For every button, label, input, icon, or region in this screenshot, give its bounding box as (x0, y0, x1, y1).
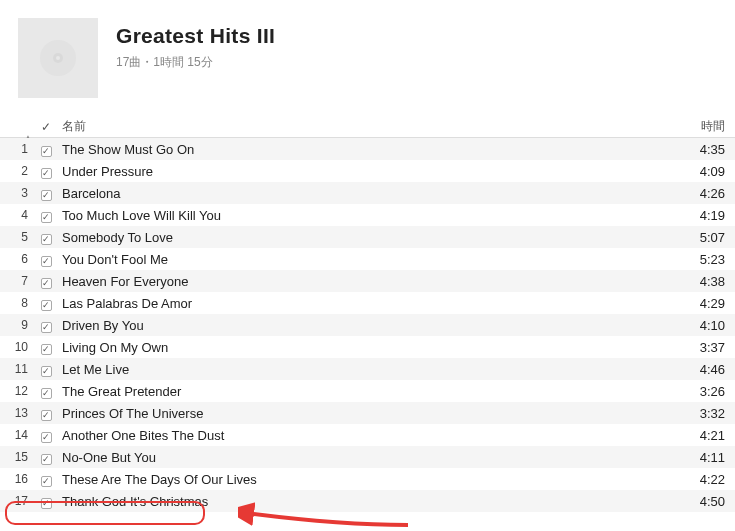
track-checkbox-cell: ✓ (36, 428, 56, 443)
track-checkbox[interactable]: ✓ (41, 168, 52, 179)
track-number: 6 (0, 252, 36, 266)
track-checkbox[interactable]: ✓ (41, 278, 52, 289)
track-name: The Great Pretender (56, 384, 687, 399)
track-checkbox-cell: ✓ (36, 274, 56, 289)
track-time: 4:22 (687, 472, 735, 487)
track-checkbox-cell: ✓ (36, 340, 56, 355)
track-checkbox[interactable]: ✓ (41, 322, 52, 333)
track-checkbox-cell: ✓ (36, 208, 56, 223)
track-checkbox-cell: ✓ (36, 230, 56, 245)
track-time: 4:38 (687, 274, 735, 289)
table-row[interactable]: 8✓Las Palabras De Amor4:29 (0, 292, 735, 314)
track-time: 5:23 (687, 252, 735, 267)
album-artwork[interactable] (18, 18, 98, 98)
track-time: 4:26 (687, 186, 735, 201)
table-row[interactable]: 16✓These Are The Days Of Our Lives4:22 (0, 468, 735, 490)
table-row[interactable]: 14✓Another One Bites The Dust4:21 (0, 424, 735, 446)
column-name[interactable]: 名前 (56, 118, 687, 135)
track-checkbox-cell: ✓ (36, 318, 56, 333)
track-checkbox[interactable]: ✓ (41, 476, 52, 487)
track-time: 4:35 (687, 142, 735, 157)
track-checkbox-cell: ✓ (36, 296, 56, 311)
table-row[interactable]: 5✓Somebody To Love5:07 (0, 226, 735, 248)
track-number: 1 (0, 142, 36, 156)
track-time: 4:21 (687, 428, 735, 443)
track-number: 8 (0, 296, 36, 310)
track-checkbox[interactable]: ✓ (41, 256, 52, 267)
track-name: Too Much Love Will Kill You (56, 208, 687, 223)
disc-icon (38, 38, 78, 78)
track-checkbox[interactable]: ✓ (41, 366, 52, 377)
track-name: Las Palabras De Amor (56, 296, 687, 311)
track-checkbox-cell: ✓ (36, 472, 56, 487)
track-name: Heaven For Everyone (56, 274, 687, 289)
track-time: 4:46 (687, 362, 735, 377)
track-checkbox[interactable]: ✓ (41, 498, 52, 509)
track-time: 4:11 (687, 450, 735, 465)
column-time[interactable]: 時間 (687, 118, 735, 135)
annotation-arrow-icon (238, 495, 418, 512)
track-time: 3:32 (687, 406, 735, 421)
track-checkbox[interactable]: ✓ (41, 410, 52, 421)
track-number: 10 (0, 340, 36, 354)
track-number: 11 (0, 362, 36, 376)
track-number: 5 (0, 230, 36, 244)
track-name: The Show Must Go On (56, 142, 687, 157)
table-row[interactable]: 9✓Driven By You4:10 (0, 314, 735, 336)
table-row[interactable]: 10✓Living On My Own3:37 (0, 336, 735, 358)
track-time: 3:37 (687, 340, 735, 355)
track-name: Let Me Live (56, 362, 687, 377)
track-name: Driven By You (56, 318, 687, 333)
track-checkbox[interactable]: ✓ (41, 300, 52, 311)
table-row[interactable]: 2✓Under Pressure4:09 (0, 160, 735, 182)
track-time: 3:26 (687, 384, 735, 399)
track-number: 16 (0, 472, 36, 486)
track-number: 9 (0, 318, 36, 332)
track-number: 17 (0, 494, 36, 508)
track-name: These Are The Days Of Our Lives (56, 472, 687, 487)
track-checkbox[interactable]: ✓ (41, 432, 52, 443)
track-checkbox[interactable]: ✓ (41, 234, 52, 245)
track-number: 2 (0, 164, 36, 178)
track-checkbox-cell: ✓ (36, 406, 56, 421)
track-checkbox-cell: ✓ (36, 384, 56, 399)
table-row[interactable]: 12✓The Great Pretender3:26 (0, 380, 735, 402)
table-row[interactable]: 4✓Too Much Love Will Kill You4:19 (0, 204, 735, 226)
table-row[interactable]: 7✓Heaven For Everyone4:38 (0, 270, 735, 292)
track-time: 4:10 (687, 318, 735, 333)
album-meta: 17曲・1時間 15分 (116, 54, 275, 71)
track-checkbox-cell: ✓ (36, 186, 56, 201)
track-name: Barcelona (56, 186, 687, 201)
track-time: 5:07 (687, 230, 735, 245)
table-row[interactable]: 3✓Barcelona4:26 (0, 182, 735, 204)
table-row[interactable]: 1✓The Show Must Go On4:35 (0, 138, 735, 160)
table-row[interactable]: 6✓You Don't Fool Me5:23 (0, 248, 735, 270)
track-table: ▲ ✓ 名前 時間 1✓The Show Must Go On4:352✓Und… (0, 116, 735, 512)
svg-point-2 (56, 56, 60, 60)
track-number: 13 (0, 406, 36, 420)
track-checkbox[interactable]: ✓ (41, 388, 52, 399)
track-number: 14 (0, 428, 36, 442)
table-row[interactable]: 15✓No-One But You4:11 (0, 446, 735, 468)
track-name: Living On My Own (56, 340, 687, 355)
album-header: Greatest Hits III 17曲・1時間 15分 (0, 0, 735, 116)
track-checkbox[interactable]: ✓ (41, 344, 52, 355)
column-check[interactable]: ✓ (36, 120, 56, 134)
track-checkbox[interactable]: ✓ (41, 454, 52, 465)
track-checkbox[interactable]: ✓ (41, 212, 52, 223)
track-number: 12 (0, 384, 36, 398)
track-checkbox-cell: ✓ (36, 362, 56, 377)
track-number: 4 (0, 208, 36, 222)
table-row[interactable]: 13✓Princes Of The Universe3:32 (0, 402, 735, 424)
table-body: 1✓The Show Must Go On4:352✓Under Pressur… (0, 138, 735, 512)
track-name: Another One Bites The Dust (56, 428, 687, 443)
album-info: Greatest Hits III 17曲・1時間 15分 (116, 18, 275, 71)
track-name: Under Pressure (56, 164, 687, 179)
track-checkbox-cell: ✓ (36, 252, 56, 267)
track-number: 15 (0, 450, 36, 464)
track-checkbox-cell: ✓ (36, 164, 56, 179)
track-name: Princes Of The Universe (56, 406, 687, 421)
table-row[interactable]: 11✓Let Me Live4:46 (0, 358, 735, 380)
track-checkbox[interactable]: ✓ (41, 146, 52, 157)
track-checkbox[interactable]: ✓ (41, 190, 52, 201)
